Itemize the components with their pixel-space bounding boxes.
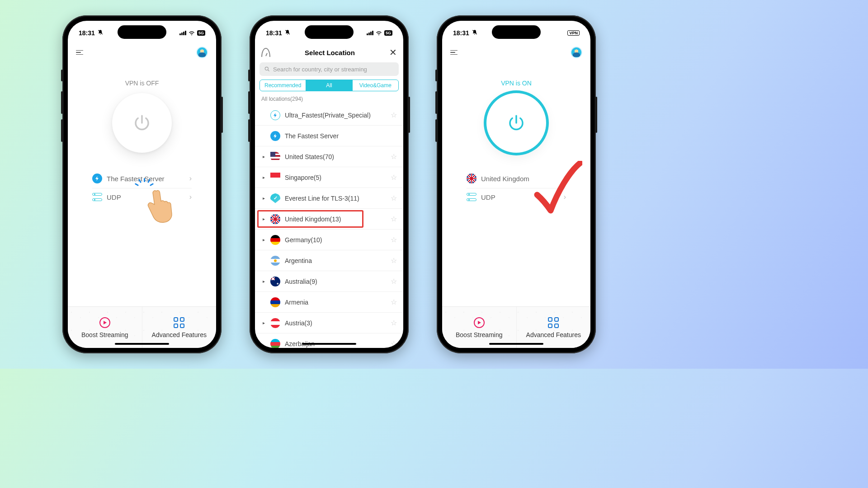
chevron-right-icon: › xyxy=(189,193,192,201)
location-name: The Fastest Server xyxy=(285,132,397,140)
advanced-features-button[interactable]: Advanced Features xyxy=(142,307,217,348)
tab-recommended[interactable]: Recommended xyxy=(260,80,306,91)
at-flag-icon xyxy=(270,318,280,328)
favorite-star-icon[interactable]: ☆ xyxy=(391,194,397,202)
bolt-icon xyxy=(92,174,102,183)
mute-icon xyxy=(472,29,478,37)
location-name: Ultra_Fastest(Private_Special) xyxy=(285,112,386,119)
mute-icon xyxy=(284,29,291,37)
cellular-icon xyxy=(179,31,186,35)
home-indicator[interactable] xyxy=(302,343,356,345)
power-button[interactable] xyxy=(112,93,172,153)
location-name: Germany(10) xyxy=(285,236,386,244)
expand-icon: ▸ xyxy=(261,196,266,201)
checkmark-icon xyxy=(533,161,582,220)
expand-icon: ▸ xyxy=(261,154,266,159)
avatar-icon[interactable] xyxy=(196,47,208,58)
server-label: United Kingdom xyxy=(481,175,529,183)
location-item[interactable]: ▸United States(70)☆ xyxy=(255,146,403,167)
location-item[interactable]: ▸Germany(10)☆ xyxy=(255,230,403,250)
chevron-right-icon: › xyxy=(189,174,192,183)
favorite-star-icon[interactable]: ☆ xyxy=(391,152,397,161)
close-icon[interactable]: ✕ xyxy=(389,47,397,58)
location-item[interactable]: Azerbaijan☆ xyxy=(255,333,403,348)
favorite-star-icon[interactable]: ☆ xyxy=(391,277,397,286)
location-item[interactable]: ▸Everest Line for TLS-3(11)☆ xyxy=(255,188,403,209)
protocol-icon xyxy=(92,193,102,201)
bottom-toolbar: Boost Streaming Advanced Features xyxy=(68,306,216,348)
az-flag-icon xyxy=(270,339,280,348)
location-name: Everest Line for TLS-3(11) xyxy=(285,195,386,202)
search-input[interactable]: Search for country, city or streaming xyxy=(259,62,399,76)
location-item[interactable]: Argentina☆ xyxy=(255,250,403,271)
favorite-star-icon[interactable]: ☆ xyxy=(391,111,397,119)
location-item[interactable]: ▸Singapore(5)☆ xyxy=(255,167,403,188)
svg-point-2 xyxy=(265,67,268,70)
phone-frame-2: 18:31 5G Select Location ✕ Search for co… xyxy=(250,15,409,353)
favorite-star-icon[interactable]: ☆ xyxy=(391,339,397,348)
sg-flag-icon xyxy=(270,173,280,183)
location-item[interactable]: ▸Austria(3)☆ xyxy=(255,313,403,333)
location-item[interactable]: Ultra_Fastest(Private_Special)☆ xyxy=(255,105,403,126)
bolt-icon xyxy=(270,131,280,141)
location-tabs: Recommended All Video&Game xyxy=(259,80,399,91)
bottom-toolbar: Boost Streaming Advanced Features xyxy=(442,306,590,348)
expand-icon: ▸ xyxy=(261,237,266,242)
location-item[interactable]: Armenia☆ xyxy=(255,292,403,313)
au-flag-icon xyxy=(270,277,280,286)
favorite-star-icon[interactable]: ☆ xyxy=(391,298,397,306)
boost-label: Boost Streaming xyxy=(456,331,503,338)
wifi-icon xyxy=(188,30,195,36)
search-icon xyxy=(264,66,270,72)
uk-flag-icon xyxy=(270,214,280,224)
expand-icon: ▸ xyxy=(261,216,266,221)
location-name: Australia(9) xyxy=(285,278,386,285)
protocol-label: UDP xyxy=(481,193,495,201)
favorite-star-icon[interactable]: ☆ xyxy=(391,235,397,244)
tap-hand-icon xyxy=(144,185,176,224)
special-icon xyxy=(270,110,280,120)
location-item[interactable]: The Fastest Server xyxy=(255,126,403,146)
home-indicator[interactable] xyxy=(489,343,543,345)
play-icon xyxy=(99,317,111,328)
am-flag-icon xyxy=(270,297,280,307)
protocol-selector[interactable]: UDP › xyxy=(92,193,192,201)
home-indicator[interactable] xyxy=(115,343,169,345)
menu-icon[interactable] xyxy=(76,49,83,56)
location-name: United States(70) xyxy=(285,153,386,160)
location-item[interactable]: ▸United Kingdom(13)☆ xyxy=(255,209,403,230)
mute-icon xyxy=(97,29,104,37)
power-button[interactable] xyxy=(486,93,546,153)
menu-icon[interactable] xyxy=(450,49,458,56)
tab-video-game[interactable]: Video&Game xyxy=(353,80,398,91)
location-name: United Kingdom(13) xyxy=(285,216,386,223)
boost-streaming-button[interactable]: Boost Streaming xyxy=(442,307,517,348)
boost-streaming-button[interactable]: Boost Streaming xyxy=(68,307,142,348)
screen-home-off: 18:31 5G VPN is OFF xyxy=(68,21,216,348)
advanced-features-button[interactable]: Advanced Features xyxy=(517,307,591,348)
power-icon xyxy=(132,113,151,132)
dynamic-island xyxy=(305,25,354,39)
uk-flag-icon xyxy=(467,174,476,183)
expand-icon: ▸ xyxy=(261,279,266,284)
clock-time: 18:31 xyxy=(453,29,469,37)
server-label: The Fastest Server xyxy=(107,175,165,183)
location-name: Austria(3) xyxy=(285,319,386,327)
power-icon xyxy=(507,113,526,132)
svg-line-3 xyxy=(268,70,269,71)
avatar-icon[interactable] xyxy=(571,47,582,58)
protocol-label: UDP xyxy=(107,193,121,201)
speedtest-icon[interactable] xyxy=(261,48,270,57)
location-item[interactable]: ▸Australia(9)☆ xyxy=(255,271,403,292)
screen-home-on: 18:31 VPN VPN is ON Uni xyxy=(442,21,590,348)
section-label: All locations(294) xyxy=(255,94,403,105)
location-list[interactable]: Ultra_Fastest(Private_Special)☆The Faste… xyxy=(255,105,403,348)
favorite-star-icon[interactable]: ☆ xyxy=(391,256,397,265)
cellular-icon xyxy=(367,31,373,35)
favorite-star-icon[interactable]: ☆ xyxy=(391,173,397,182)
favorite-star-icon[interactable]: ☆ xyxy=(391,319,397,327)
favorite-star-icon[interactable]: ☆ xyxy=(391,215,397,223)
tab-all[interactable]: All xyxy=(306,80,352,91)
apps-grid-icon xyxy=(547,317,559,328)
server-selector[interactable]: The Fastest Server › xyxy=(92,171,192,188)
